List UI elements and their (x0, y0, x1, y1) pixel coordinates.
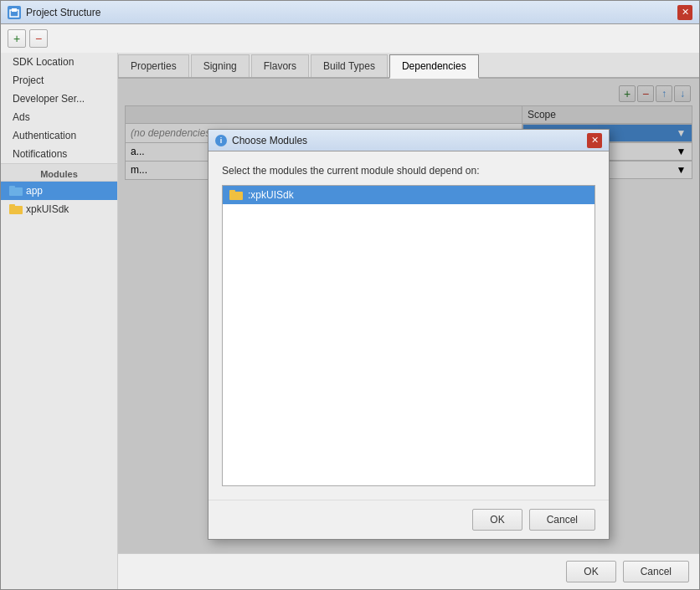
ok-button[interactable]: OK (566, 561, 615, 582)
sidebar-item-sdk-location[interactable]: SDK Location (1, 53, 117, 71)
sidebar-item-notifications[interactable]: Notifications (1, 145, 117, 163)
main-toolbar: + − (1, 24, 699, 53)
tab-bar: Properties Signing Flavors Build Types D… (118, 53, 699, 79)
title-bar: Project Structure ✕ (1, 1, 699, 24)
modal-description: Select the modules the current module sh… (222, 165, 595, 177)
main-panel: Properties Signing Flavors Build Types D… (118, 53, 699, 589)
module-list: :xpkUISdk (222, 185, 595, 486)
cancel-button[interactable]: Cancel (623, 561, 689, 582)
modal-cancel-button[interactable]: Cancel (529, 509, 595, 531)
modal-icon: i (215, 135, 227, 146)
modal-title: Choose Modules (232, 135, 587, 146)
modal-ok-button[interactable]: OK (472, 509, 522, 531)
sidebar-item-app[interactable]: app (1, 182, 117, 200)
bottom-bar: OK Cancel (118, 553, 699, 589)
add-button[interactable]: + (8, 29, 26, 48)
window-close-button[interactable]: ✕ (677, 5, 692, 20)
module-list-item-label: :xpkUISdk (248, 189, 294, 201)
window-title: Project Structure (26, 7, 677, 18)
choose-modules-dialog: i Choose Modules ✕ Select the modules th… (208, 129, 610, 540)
module-list-item[interactable]: :xpkUISdk (223, 186, 594, 204)
tab-flavors[interactable]: Flavors (251, 54, 309, 77)
sidebar-item-ads[interactable]: Ads (1, 108, 117, 126)
sidebar: SDK Location Project Developer Ser... Ad… (1, 53, 118, 589)
content-area: SDK Location Project Developer Ser... Ad… (1, 53, 699, 589)
tab-signing[interactable]: Signing (191, 54, 250, 77)
main-window: Project Structure ✕ + − SDK Location Pro… (0, 0, 700, 590)
svg-rect-1 (12, 8, 17, 12)
modal-footer: OK Cancel (208, 500, 609, 539)
modal-title-bar: i Choose Modules ✕ (208, 130, 609, 151)
tab-dependencies[interactable]: Dependencies (389, 54, 479, 79)
module-list-item-icon (229, 190, 243, 200)
dependencies-content: + − ↑ ↓ Scope (no dependencies) (118, 79, 699, 553)
remove-button[interactable]: − (29, 29, 48, 48)
sidebar-item-developer-services[interactable]: Developer Ser... (1, 90, 117, 108)
xpkuisdk-folder-icon (9, 204, 23, 214)
modal-close-button[interactable]: ✕ (587, 133, 602, 148)
tab-build-types[interactable]: Build Types (311, 54, 388, 77)
window-icon (8, 6, 21, 19)
app-folder-icon (9, 186, 23, 196)
modal-body: Select the modules the current module sh… (208, 151, 609, 500)
tab-properties[interactable]: Properties (118, 54, 189, 77)
sidebar-item-authentication[interactable]: Authentication (1, 126, 117, 145)
modal-overlay: i Choose Modules ✕ Select the modules th… (118, 79, 699, 553)
sidebar-item-xpkuisdk[interactable]: xpkUISdk (1, 200, 117, 218)
sidebar-item-project[interactable]: Project (1, 71, 117, 90)
modules-section-label: Modules (1, 163, 117, 182)
